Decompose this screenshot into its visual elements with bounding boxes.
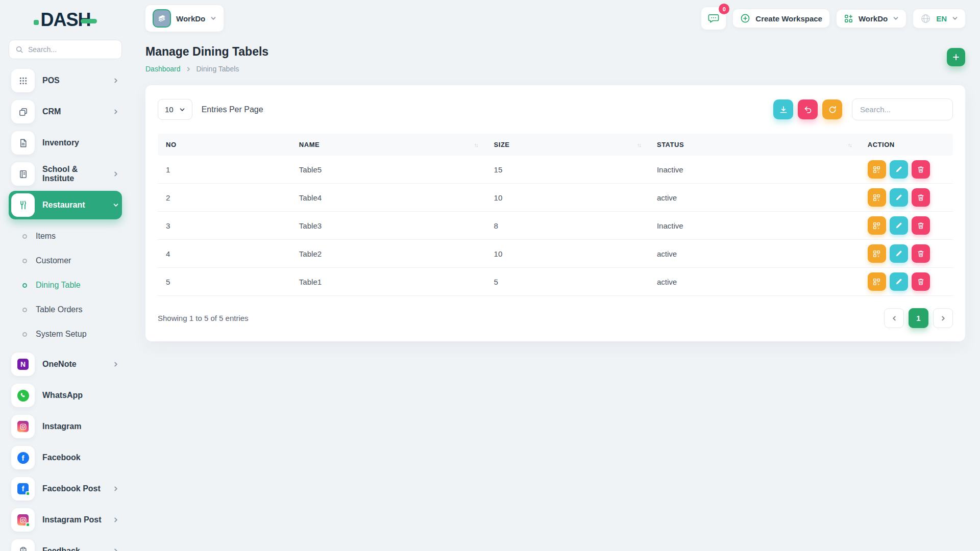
sidebar-submenu-restaurant: ItemsCustomerDining TableTable OrdersSys…: [9, 222, 122, 347]
column-header-inner: SIZE↑↓: [494, 141, 645, 148]
page-title: Manage Dining Tabels: [145, 45, 268, 59]
sidebar-item-onenote[interactable]: NOneNote: [9, 350, 122, 379]
table-row: 2Table410active: [158, 184, 953, 212]
entries-per-page-value: 10: [165, 105, 174, 114]
messages-badge: 0: [719, 4, 729, 14]
sidebar-item-label: POS: [42, 76, 105, 85]
sidebar-item-label: CRM: [42, 107, 105, 116]
chevron-down-icon: [179, 107, 185, 113]
sidebar-item-restaurant[interactable]: Restaurant: [9, 191, 122, 219]
row-delete-button[interactable]: [912, 244, 930, 263]
row-delete-button[interactable]: [912, 272, 930, 291]
row-edit-button[interactable]: [890, 216, 908, 235]
sidebar-subitem-table-orders[interactable]: Table Orders: [9, 297, 122, 322]
sidebar-subitem-customer[interactable]: Customer: [9, 248, 122, 273]
sidebar-item-school-institute[interactable]: School & Institute: [9, 160, 122, 188]
workspace-label: WorkDo: [176, 14, 205, 23]
row-actions: [868, 272, 947, 291]
pagination-prev-button[interactable]: [884, 308, 904, 328]
search-icon: [15, 45, 23, 54]
cell-status: Inactive: [651, 156, 862, 184]
whatsapp-icon: [11, 384, 35, 407]
row-delete-button[interactable]: [912, 216, 930, 235]
sidebar-item-label: Facebook: [42, 453, 119, 462]
chevron-right-icon: [113, 548, 119, 551]
messages-button[interactable]: 0: [701, 7, 726, 30]
sidebar-subitem-items[interactable]: Items: [9, 224, 122, 248]
pagination-page-1-button[interactable]: 1: [909, 308, 928, 328]
sidebar-subitem-dining-table[interactable]: Dining Table: [9, 273, 122, 297]
export-download-button[interactable]: [773, 99, 793, 119]
row-delete-button[interactable]: [912, 188, 930, 207]
chevron-right-icon: [186, 66, 191, 72]
entries-per-page-select[interactable]: 10: [158, 99, 192, 120]
create-workspace-button[interactable]: Create Workspace: [733, 9, 829, 28]
undo-button[interactable]: [798, 99, 818, 119]
sort-icon[interactable]: ↑↓: [474, 142, 482, 148]
row-qr-button[interactable]: [868, 244, 886, 263]
pagination: 1: [884, 308, 953, 328]
sidebar-item-facebook-post[interactable]: fFacebook Post: [9, 474, 122, 503]
qr-grid-icon: [872, 165, 881, 174]
brand-logo: DASH: [9, 0, 122, 40]
entries-control: 10 Entries Per Page: [158, 99, 263, 120]
plus-circle-icon: [740, 13, 750, 23]
cell-size: 15: [488, 156, 651, 184]
sidebar-item-inventory[interactable]: Inventory: [9, 129, 122, 157]
workspace-selector[interactable]: WorkDo: [145, 5, 224, 32]
cell-no: 3: [158, 212, 293, 240]
breadcrumb-home-link[interactable]: Dashboard: [145, 65, 181, 73]
sidebar-item-instagram-post[interactable]: Instagram Post: [9, 506, 122, 534]
instagram-icon: [11, 415, 35, 438]
column-header-size[interactable]: SIZE↑↓: [488, 134, 651, 156]
row-edit-button[interactable]: [890, 244, 908, 263]
pencil-icon: [895, 278, 903, 286]
refresh-icon: [828, 105, 837, 114]
table-search-input[interactable]: [852, 98, 953, 120]
sidebar-search-input[interactable]: [28, 45, 120, 54]
sidebar-item-instagram[interactable]: Instagram: [9, 412, 122, 441]
sidebar-item-feedback[interactable]: Feedback: [9, 537, 122, 551]
chat-bubble-icon: [707, 12, 720, 24]
page-head: Manage Dining Tabels Dashboard Dining Ta…: [145, 45, 965, 73]
breadcrumb: Dashboard Dining Tabels: [145, 65, 268, 73]
cell-size: 10: [488, 240, 651, 268]
row-edit-button[interactable]: [890, 272, 908, 291]
sort-icon[interactable]: ↑↓: [637, 142, 645, 148]
row-edit-button[interactable]: [890, 188, 908, 207]
sidebar-item-facebook[interactable]: fFacebook: [9, 443, 122, 472]
refresh-button[interactable]: [822, 99, 842, 119]
sidebar-item-whatsapp[interactable]: WhatsApp: [9, 381, 122, 410]
add-dining-table-button[interactable]: [947, 48, 965, 66]
row-delete-button[interactable]: [912, 160, 930, 179]
language-selector[interactable]: EN: [913, 9, 965, 28]
school-icon: [11, 162, 35, 186]
download-icon: [779, 105, 788, 114]
cell-name: Table3: [293, 212, 488, 240]
row-actions: [868, 244, 947, 263]
row-qr-button[interactable]: [868, 272, 886, 291]
column-header-name[interactable]: NAME↑↓: [293, 134, 488, 156]
cell-action: [862, 240, 953, 268]
row-qr-button[interactable]: [868, 216, 886, 235]
chevron-down-icon: [952, 15, 958, 21]
row-edit-button[interactable]: [890, 160, 908, 179]
facebook-post-icon: f: [11, 477, 35, 500]
row-qr-button[interactable]: [868, 188, 886, 207]
chevron-down-icon: [893, 15, 899, 21]
column-header-status[interactable]: STATUS↑↓: [651, 134, 862, 156]
bullet-icon: [22, 234, 27, 239]
sort-icon[interactable]: ↑↓: [848, 142, 855, 148]
sidebar-subitem-system-setup[interactable]: System Setup: [9, 322, 122, 346]
workspace-menu-button[interactable]: WorkDo: [837, 10, 906, 28]
row-actions: [868, 216, 947, 235]
sidebar-item-label: School & Institute: [42, 165, 105, 183]
chevron-left-icon: [891, 315, 897, 321]
row-qr-button[interactable]: [868, 160, 886, 179]
pagination-next-button[interactable]: [933, 308, 953, 328]
column-label: NAME: [299, 141, 320, 148]
sidebar-item-pos[interactable]: POS: [9, 66, 122, 95]
sidebar-item-crm[interactable]: CRM: [9, 97, 122, 126]
cell-no: 5: [158, 268, 293, 296]
cell-name: Table5: [293, 156, 488, 184]
